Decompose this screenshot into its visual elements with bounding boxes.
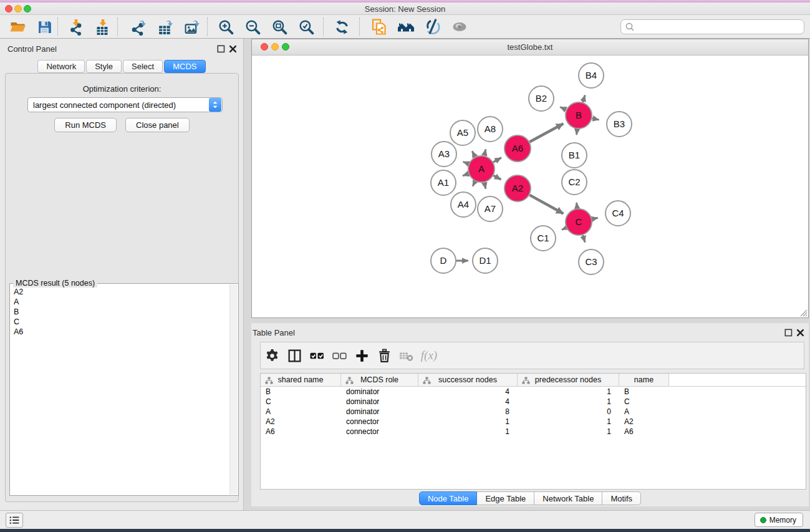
add-column-button[interactable] <box>350 344 373 367</box>
tab-network-table[interactable]: Network Table <box>534 491 602 505</box>
table-cell[interactable]: 1 <box>418 417 518 427</box>
graph-edge-B-B1[interactable] <box>577 129 577 135</box>
table-cell[interactable]: connector <box>341 427 418 437</box>
column-header-name[interactable]: name <box>619 374 669 386</box>
close-table-panel-icon[interactable] <box>796 329 804 337</box>
export-image-button[interactable] <box>181 16 203 37</box>
graph-node-C[interactable]: C <box>566 209 592 235</box>
graph-edge-A-A3[interactable] <box>463 162 469 164</box>
duplicate-network-button[interactable] <box>368 16 390 37</box>
table-cell[interactable]: A6 <box>619 427 669 437</box>
table-cell[interactable]: B <box>261 387 341 397</box>
graph-edge-A-A6[interactable] <box>493 158 501 162</box>
table-cell[interactable]: 1 <box>518 427 619 437</box>
table-row[interactable]: Bdominator41B <box>261 387 806 397</box>
graph-node-C3[interactable]: C3 <box>579 249 604 274</box>
graph-node-C4[interactable]: C4 <box>605 201 630 226</box>
table-settings-gear-button[interactable] <box>261 344 283 367</box>
network-graph[interactable]: AA1A2A3A4A5A6A7A8BB1B2B3B4CC1C2C3C4DD1 <box>252 56 808 317</box>
graph-node-B2[interactable]: B2 <box>529 86 554 111</box>
tab-style[interactable]: Style <box>86 60 122 73</box>
graph-node-B3[interactable]: B3 <box>607 112 632 137</box>
table-row[interactable]: A2connector11A2 <box>261 417 806 427</box>
column-header-MCDS-role[interactable]: MCDS role <box>341 374 418 386</box>
graph-edge-A-A8[interactable] <box>485 149 486 155</box>
home-button[interactable] <box>395 16 417 37</box>
graph-edge-A2-C[interactable] <box>529 195 563 214</box>
mcds-result-item[interactable]: A <box>11 297 229 307</box>
table-cell[interactable]: A6 <box>261 427 341 437</box>
column-header-shared-name[interactable]: shared name <box>261 374 341 386</box>
float-table-panel-icon[interactable] <box>784 329 793 337</box>
graph-node-A6[interactable]: A6 <box>504 135 531 162</box>
mcds-result-item[interactable]: B <box>11 307 229 317</box>
unselect-all-columns-button[interactable] <box>328 344 350 367</box>
graph-edge-A-A7[interactable] <box>485 183 486 189</box>
search-box[interactable] <box>620 19 804 34</box>
graph-node-B[interactable]: B <box>566 102 592 128</box>
table-cell[interactable]: 1 <box>518 417 619 427</box>
graph-edge-A-A5[interactable] <box>472 151 475 157</box>
mcds-result-item[interactable]: C <box>11 317 229 327</box>
column-header-predecessor-nodes[interactable]: predecessor nodes <box>518 374 619 386</box>
mcds-result-item[interactable]: A6 <box>11 327 229 337</box>
network-canvas[interactable]: AA1A2A3A4A5A6A7A8BB1B2B3B4CC1C2C3C4DD1 <box>252 56 808 317</box>
open-file-button[interactable] <box>6 16 29 37</box>
tab-edge-table[interactable]: Edge Table <box>477 491 534 505</box>
memory-button[interactable]: Memory <box>755 513 803 527</box>
save-session-button[interactable] <box>33 16 55 37</box>
tab-node-table[interactable]: Node Table <box>419 491 478 505</box>
delete-column-button[interactable] <box>373 344 395 367</box>
graph-node-A2[interactable]: A2 <box>504 175 531 201</box>
table-cell[interactable]: dominator <box>341 387 418 397</box>
show-graphics-details-button[interactable] <box>448 16 471 37</box>
float-panel-icon[interactable] <box>217 45 225 53</box>
table-cell[interactable]: C <box>261 397 341 407</box>
graph-edge-A6-B[interactable] <box>529 123 563 142</box>
table-cell[interactable]: 0 <box>518 407 619 417</box>
column-header-successor-nodes[interactable]: successor nodes <box>418 374 518 386</box>
graph-edge-C-C1[interactable] <box>562 228 566 230</box>
graph-edge-B-B3[interactable] <box>592 118 599 120</box>
refresh-layout-button[interactable] <box>330 16 353 37</box>
graph-edge-A-A1[interactable] <box>463 174 468 176</box>
graph-edge-C-C4[interactable] <box>592 218 598 219</box>
tab-select[interactable]: Select <box>123 60 163 73</box>
table-cell[interactable]: A <box>261 407 341 417</box>
select-all-columns-button[interactable] <box>306 344 328 367</box>
graph-node-D[interactable]: D <box>431 248 456 273</box>
table-cell[interactable]: dominator <box>341 397 418 407</box>
table-cell[interactable]: A2 <box>619 417 669 427</box>
graph-node-A3[interactable]: A3 <box>432 142 456 167</box>
graph-edge-B-B2[interactable] <box>560 107 566 110</box>
toggle-panes-button[interactable] <box>283 344 306 367</box>
table-cell[interactable]: 8 <box>418 407 518 417</box>
graph-node-B1[interactable]: B1 <box>562 143 587 168</box>
table-cell[interactable]: C <box>619 397 669 407</box>
table-cell[interactable]: B <box>619 387 669 397</box>
network-window-titlebar[interactable]: testGlobe.txt <box>252 39 808 56</box>
table-cell[interactable]: 4 <box>418 397 518 407</box>
graph-node-D1[interactable]: D1 <box>473 248 498 273</box>
import-table-button[interactable] <box>92 16 114 37</box>
table-cell[interactable]: connector <box>341 417 418 427</box>
table-row[interactable]: Cdominator41C <box>261 397 806 407</box>
window-resize-grip[interactable] <box>799 308 808 317</box>
close-panel-button[interactable]: Close panel <box>125 118 190 132</box>
mcds-result-scrollbar[interactable] <box>229 284 238 495</box>
table-cell[interactable]: 4 <box>418 387 518 397</box>
table-cell[interactable]: dominator <box>341 407 418 417</box>
hide-graphics-details-button[interactable] <box>422 16 444 37</box>
table-cell[interactable]: 1 <box>518 397 619 407</box>
search-input[interactable] <box>635 21 804 32</box>
tab-mcds[interactable]: MCDS <box>164 60 205 73</box>
zoom-out-button[interactable] <box>241 16 264 37</box>
export-table-button[interactable] <box>154 16 176 37</box>
mcds-result-item[interactable]: A2 <box>11 287 229 297</box>
run-mcds-button[interactable]: Run MCDS <box>54 118 117 132</box>
graph-node-A7[interactable]: A7 <box>478 196 503 221</box>
graph-node-B4[interactable]: B4 <box>579 63 604 88</box>
graph-edge-C-C2[interactable] <box>577 203 577 208</box>
criterion-select[interactable]: largest connected component (directed) <box>27 97 223 112</box>
graph-node-A1[interactable]: A1 <box>431 170 456 195</box>
